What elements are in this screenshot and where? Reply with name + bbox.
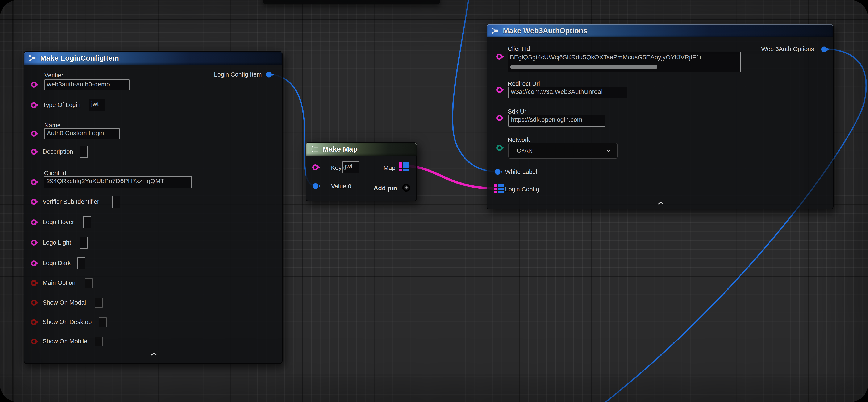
logo-hover-input[interactable] bbox=[83, 216, 91, 228]
pin-client-id[interactable] bbox=[496, 53, 505, 60]
pin-logo-hover[interactable] bbox=[30, 219, 40, 226]
verifier-sub-identifier-input[interactable] bbox=[113, 196, 120, 208]
client-id-input[interactable]: BEglQSgt4cUWcj6SKRdu5QkOXTsePmMcusG5EAoy… bbox=[508, 52, 741, 72]
node-make-web3authoptions[interactable]: Make Web3AuthOptions Client Id BEglQSgt4… bbox=[487, 24, 834, 209]
pin-label-sdk-url: Sdk Url bbox=[508, 108, 528, 115]
pin-label-network: Network bbox=[508, 137, 530, 143]
pin-show-on-modal[interactable] bbox=[30, 299, 40, 307]
pin-white-label[interactable] bbox=[494, 168, 503, 176]
pin-redirect-url[interactable] bbox=[496, 86, 505, 93]
blueprint-editor: Make LoginConfigItem Login Config Item V… bbox=[0, 0, 868, 402]
pin-web3auth-options-output[interactable] bbox=[821, 46, 830, 53]
pin-label-client-id: Client Id bbox=[508, 46, 530, 52]
pin-label-type-of-login: Type Of Login bbox=[43, 102, 81, 109]
pin-verifier[interactable] bbox=[30, 81, 40, 88]
description-input[interactable] bbox=[80, 146, 88, 158]
pin-value-0[interactable] bbox=[312, 182, 321, 190]
client-id-horizontal-scrollbar[interactable] bbox=[510, 64, 657, 69]
sdk-url-input[interactable]: https://sdk.openlogin.com bbox=[508, 115, 606, 126]
pin-label-description: Description bbox=[43, 148, 73, 155]
pin-sdk-url[interactable] bbox=[496, 114, 505, 122]
collapse-node-chevron-up-icon[interactable] bbox=[150, 352, 158, 356]
logo-light-input[interactable] bbox=[80, 236, 88, 249]
pin-label-value-0: Value 0 bbox=[331, 183, 351, 190]
pin-main-option[interactable] bbox=[30, 279, 40, 287]
node-title: Make Web3AuthOptions bbox=[503, 27, 587, 35]
blueprint-canvas[interactable]: Make LoginConfigItem Login Config Item V… bbox=[0, 0, 868, 402]
node-title: Make Map bbox=[322, 145, 358, 153]
offscreen-node-top[interactable] bbox=[262, 0, 440, 4]
pin-network[interactable] bbox=[496, 144, 505, 151]
network-selected-value: CYAN bbox=[517, 147, 533, 154]
add-pin-label: Add pin bbox=[373, 184, 397, 192]
pin-name[interactable] bbox=[30, 130, 40, 138]
pin-show-on-mobile[interactable] bbox=[30, 338, 40, 345]
pin-label-main-option: Main Option bbox=[43, 280, 75, 286]
node-make-loginconfigitem[interactable]: Make LoginConfigItem Login Config Item V… bbox=[24, 51, 283, 364]
output-label-login-config-item: Login Config Item bbox=[214, 71, 262, 78]
pin-label-verifier: Verifier bbox=[44, 72, 63, 79]
pin-label-show-on-modal: Show On Modal bbox=[43, 299, 86, 306]
node-header[interactable]: Make Web3AuthOptions bbox=[487, 24, 833, 37]
show-on-desktop-checkbox[interactable] bbox=[98, 317, 106, 327]
pin-description[interactable] bbox=[30, 148, 40, 155]
type-of-login-input[interactable]: jwt bbox=[89, 99, 105, 111]
node-header[interactable]: Make Map bbox=[306, 143, 416, 155]
pin-verifier-sub-identifier[interactable] bbox=[30, 198, 40, 206]
verifier-input[interactable]: web3auth-auth0-demo bbox=[44, 80, 130, 90]
redirect-url-input[interactable]: w3a://com.w3a.Web3AuthUnreal bbox=[508, 87, 627, 98]
collapse-node-chevron-up-icon[interactable] bbox=[656, 201, 665, 205]
client-id-input[interactable]: 294QRkchfq2YaXUbPri7D6PH7xzHgQMT bbox=[44, 176, 192, 188]
make-struct-icon bbox=[29, 54, 36, 62]
pin-show-on-desktop[interactable] bbox=[30, 318, 40, 326]
pin-key-0[interactable] bbox=[312, 164, 321, 171]
pin-login-config-map-icon[interactable] bbox=[494, 184, 504, 194]
pin-label-logo-dark: Logo Dark bbox=[43, 260, 71, 267]
client-id-value: BEglQSgt4cUWcj6SKRdu5QkOXTsePmMcusG5EAoy… bbox=[508, 52, 741, 61]
pin-login-config-item-output[interactable] bbox=[266, 71, 275, 79]
pin-label-verifier-sub-identifier: Verifier Sub Identifier bbox=[43, 198, 99, 205]
pin-map-output-icon[interactable] bbox=[399, 162, 409, 171]
name-input[interactable]: Auth0 Custom Login bbox=[44, 128, 120, 139]
node-title: Make LoginConfigItem bbox=[40, 54, 119, 62]
pin-type-of-login[interactable] bbox=[30, 101, 40, 109]
key-0-input[interactable]: jwt bbox=[342, 161, 359, 173]
pin-label-name: Name bbox=[44, 122, 61, 129]
pin-label-white-label: White Label bbox=[505, 168, 537, 175]
pin-label-show-on-mobile: Show On Mobile bbox=[43, 338, 87, 345]
output-label-web3auth-options: Web 3Auth Options bbox=[761, 46, 814, 53]
pin-label-logo-hover: Logo Hover bbox=[43, 219, 74, 226]
pin-label-client-id: Client Id bbox=[44, 170, 66, 177]
pin-label-logo-light: Logo Light bbox=[43, 239, 71, 246]
node-header[interactable]: Make LoginConfigItem bbox=[24, 52, 282, 64]
main-option-checkbox[interactable] bbox=[85, 278, 93, 288]
logo-dark-input[interactable] bbox=[77, 257, 85, 269]
pin-label-map-output: Map bbox=[383, 165, 395, 171]
node-make-map[interactable]: Make Map Key 0 jwt Map Value 0 Add pin bbox=[306, 142, 417, 201]
show-on-modal-checkbox[interactable] bbox=[95, 298, 102, 308]
pin-label-redirect-url: Redirect Url bbox=[508, 80, 540, 87]
pin-label-show-on-desktop: Show On Desktop bbox=[43, 318, 92, 325]
make-struct-icon bbox=[492, 27, 499, 34]
add-pin-plus-circle-icon[interactable] bbox=[402, 183, 410, 192]
make-map-icon bbox=[311, 145, 319, 153]
network-dropdown[interactable]: CYAN bbox=[508, 143, 618, 159]
chevron-down-icon bbox=[606, 149, 611, 152]
show-on-mobile-checkbox[interactable] bbox=[95, 337, 102, 346]
pin-logo-light[interactable] bbox=[30, 239, 40, 247]
pin-client-id[interactable] bbox=[30, 178, 40, 186]
pin-logo-dark[interactable] bbox=[30, 259, 40, 267]
pin-label-login-config: Login Config bbox=[505, 186, 539, 193]
